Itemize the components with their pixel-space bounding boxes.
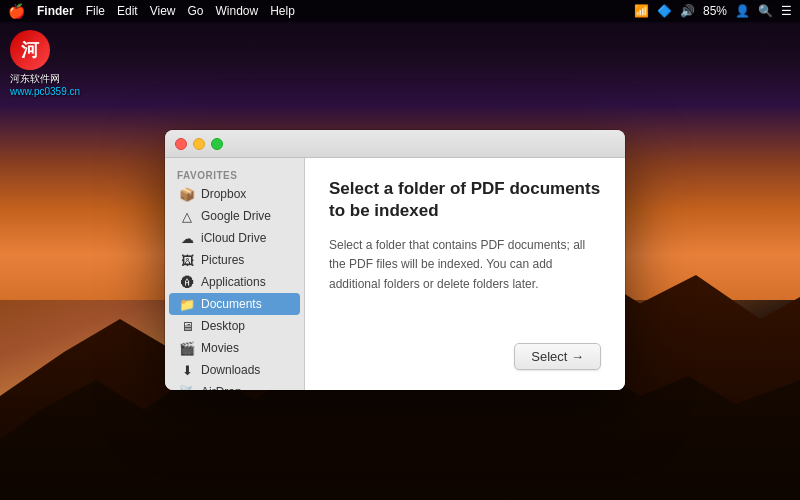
wifi-icon: 📶 [634, 4, 649, 18]
sidebar-item-applications[interactable]: 🅐 Applications [169, 271, 300, 293]
menu-window[interactable]: Window [216, 4, 259, 18]
menu-help[interactable]: Help [270, 4, 295, 18]
minimize-button[interactable] [193, 138, 205, 150]
control-center-icon[interactable]: ☰ [781, 4, 792, 18]
finder-window: Favorites 📦 Dropbox △ Google Drive ☁ iCl… [165, 130, 625, 390]
bluetooth-icon: 🔷 [657, 4, 672, 18]
content-area: Select a folder of PDF documents to be i… [305, 158, 625, 390]
sidebar-label-dropbox: Dropbox [201, 187, 246, 201]
dropbox-icon: 📦 [179, 186, 195, 202]
menu-edit[interactable]: Edit [117, 4, 138, 18]
menu-finder[interactable]: Finder [37, 4, 74, 18]
documents-icon: 📁 [179, 296, 195, 312]
volume-icon: 🔊 [680, 4, 695, 18]
watermark-url: www.pc0359.cn [10, 86, 80, 97]
movies-icon: 🎬 [179, 340, 195, 356]
sidebar-item-documents[interactable]: 📁 Documents [169, 293, 300, 315]
sidebar-label-movies: Movies [201, 341, 239, 355]
sidebar-label-desktop: Desktop [201, 319, 245, 333]
maximize-button[interactable] [211, 138, 223, 150]
sidebar-item-movies[interactable]: 🎬 Movies [169, 337, 300, 359]
sidebar-label-applications: Applications [201, 275, 266, 289]
sidebar-label-icloud-drive: iCloud Drive [201, 231, 266, 245]
sidebar-label-google-drive: Google Drive [201, 209, 271, 223]
content-actions: Select → [329, 343, 601, 370]
watermark-logo: 河 [10, 30, 50, 70]
menu-view[interactable]: View [150, 4, 176, 18]
menubar-left: 🍎 Finder File Edit View Go Window Help [8, 3, 295, 19]
sidebar-label-documents: Documents [201, 297, 262, 311]
content-description: Select a folder that contains PDF docume… [329, 236, 601, 294]
pictures-icon: 🖼 [179, 252, 195, 268]
select-button[interactable]: Select → [514, 343, 601, 370]
sidebar-item-pictures[interactable]: 🖼 Pictures [169, 249, 300, 271]
sidebar-label-airdrop: AirDrop [201, 385, 242, 390]
sidebar-section-favorites: Favorites [165, 166, 304, 183]
menu-file[interactable]: File [86, 4, 105, 18]
menubar: 🍎 Finder File Edit View Go Window Help 📶… [0, 0, 800, 22]
sidebar-item-downloads[interactable]: ⬇ Downloads [169, 359, 300, 381]
desktop-icon: 🖥 [179, 318, 195, 334]
watermark: 河 河东软件网 www.pc0359.cn [10, 30, 80, 97]
menubar-right: 📶 🔷 🔊 85% 👤 🔍 ☰ [634, 4, 792, 18]
airdrop-icon: 📡 [179, 384, 195, 390]
traffic-lights [175, 138, 223, 150]
sidebar-item-google-drive[interactable]: △ Google Drive [169, 205, 300, 227]
google-drive-icon: △ [179, 208, 195, 224]
sidebar-item-airdrop[interactable]: 📡 AirDrop [169, 381, 300, 390]
menu-go[interactable]: Go [188, 4, 204, 18]
sidebar-item-dropbox[interactable]: 📦 Dropbox [169, 183, 300, 205]
icloud-drive-icon: ☁ [179, 230, 195, 246]
applications-icon: 🅐 [179, 274, 195, 290]
sidebar: Favorites 📦 Dropbox △ Google Drive ☁ iCl… [165, 158, 305, 390]
sidebar-item-desktop[interactable]: 🖥 Desktop [169, 315, 300, 337]
close-button[interactable] [175, 138, 187, 150]
content-title: Select a folder of PDF documents to be i… [329, 178, 601, 222]
spotlight-icon[interactable]: 🔍 [758, 4, 773, 18]
title-bar [165, 130, 625, 158]
watermark-site-name: 河东软件网 [10, 72, 60, 86]
sidebar-label-downloads: Downloads [201, 363, 260, 377]
battery-indicator: 85% [703, 4, 727, 18]
sidebar-item-icloud-drive[interactable]: ☁ iCloud Drive [169, 227, 300, 249]
apple-menu[interactable]: 🍎 [8, 3, 25, 19]
user-icon: 👤 [735, 4, 750, 18]
sidebar-label-pictures: Pictures [201, 253, 244, 267]
downloads-icon: ⬇ [179, 362, 195, 378]
